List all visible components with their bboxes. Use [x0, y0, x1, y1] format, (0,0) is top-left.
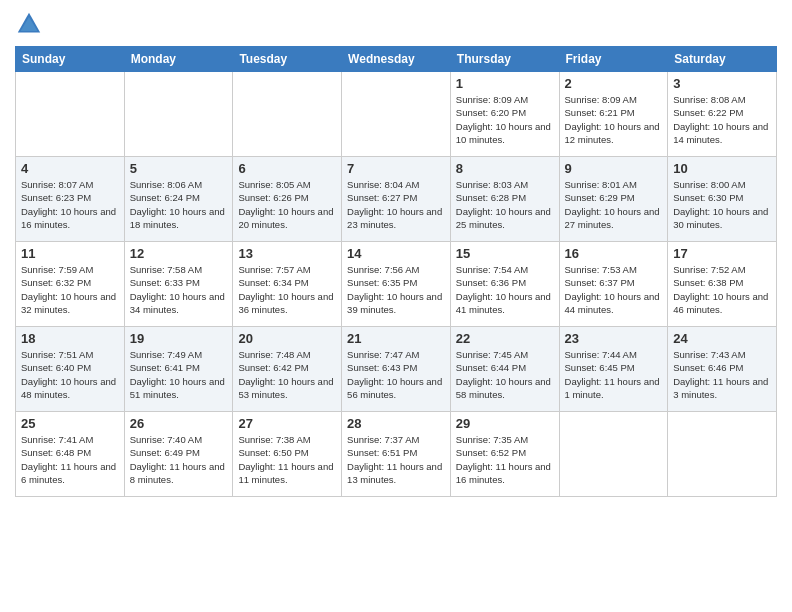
week-row-3: 18Sunrise: 7:51 AM Sunset: 6:40 PM Dayli… [16, 327, 777, 412]
day-info: Sunrise: 7:54 AM Sunset: 6:36 PM Dayligh… [456, 263, 554, 316]
day-header-tuesday: Tuesday [233, 47, 342, 72]
calendar-cell: 29Sunrise: 7:35 AM Sunset: 6:52 PM Dayli… [450, 412, 559, 497]
day-info: Sunrise: 7:43 AM Sunset: 6:46 PM Dayligh… [673, 348, 771, 401]
day-info: Sunrise: 7:58 AM Sunset: 6:33 PM Dayligh… [130, 263, 228, 316]
day-header-wednesday: Wednesday [342, 47, 451, 72]
day-number: 24 [673, 331, 771, 346]
calendar-cell: 4Sunrise: 8:07 AM Sunset: 6:23 PM Daylig… [16, 157, 125, 242]
day-number: 7 [347, 161, 445, 176]
day-number: 1 [456, 76, 554, 91]
day-number: 23 [565, 331, 663, 346]
day-header-thursday: Thursday [450, 47, 559, 72]
day-number: 18 [21, 331, 119, 346]
day-number: 5 [130, 161, 228, 176]
day-info: Sunrise: 7:40 AM Sunset: 6:49 PM Dayligh… [130, 433, 228, 486]
calendar-cell: 7Sunrise: 8:04 AM Sunset: 6:27 PM Daylig… [342, 157, 451, 242]
calendar-cell: 18Sunrise: 7:51 AM Sunset: 6:40 PM Dayli… [16, 327, 125, 412]
day-info: Sunrise: 7:44 AM Sunset: 6:45 PM Dayligh… [565, 348, 663, 401]
day-number: 6 [238, 161, 336, 176]
day-number: 16 [565, 246, 663, 261]
calendar-cell: 15Sunrise: 7:54 AM Sunset: 6:36 PM Dayli… [450, 242, 559, 327]
calendar-cell [16, 72, 125, 157]
calendar-cell: 1Sunrise: 8:09 AM Sunset: 6:20 PM Daylig… [450, 72, 559, 157]
calendar-cell: 11Sunrise: 7:59 AM Sunset: 6:32 PM Dayli… [16, 242, 125, 327]
day-number: 14 [347, 246, 445, 261]
calendar-cell: 6Sunrise: 8:05 AM Sunset: 6:26 PM Daylig… [233, 157, 342, 242]
day-info: Sunrise: 7:35 AM Sunset: 6:52 PM Dayligh… [456, 433, 554, 486]
day-info: Sunrise: 7:47 AM Sunset: 6:43 PM Dayligh… [347, 348, 445, 401]
calendar-cell: 16Sunrise: 7:53 AM Sunset: 6:37 PM Dayli… [559, 242, 668, 327]
day-info: Sunrise: 7:37 AM Sunset: 6:51 PM Dayligh… [347, 433, 445, 486]
day-info: Sunrise: 8:00 AM Sunset: 6:30 PM Dayligh… [673, 178, 771, 231]
day-info: Sunrise: 7:57 AM Sunset: 6:34 PM Dayligh… [238, 263, 336, 316]
day-info: Sunrise: 8:09 AM Sunset: 6:20 PM Dayligh… [456, 93, 554, 146]
day-number: 25 [21, 416, 119, 431]
header-row: SundayMondayTuesdayWednesdayThursdayFrid… [16, 47, 777, 72]
calendar-cell: 22Sunrise: 7:45 AM Sunset: 6:44 PM Dayli… [450, 327, 559, 412]
calendar-cell: 14Sunrise: 7:56 AM Sunset: 6:35 PM Dayli… [342, 242, 451, 327]
day-info: Sunrise: 7:59 AM Sunset: 6:32 PM Dayligh… [21, 263, 119, 316]
calendar-cell: 20Sunrise: 7:48 AM Sunset: 6:42 PM Dayli… [233, 327, 342, 412]
day-number: 2 [565, 76, 663, 91]
week-row-4: 25Sunrise: 7:41 AM Sunset: 6:48 PM Dayli… [16, 412, 777, 497]
calendar-cell: 27Sunrise: 7:38 AM Sunset: 6:50 PM Dayli… [233, 412, 342, 497]
calendar-cell: 5Sunrise: 8:06 AM Sunset: 6:24 PM Daylig… [124, 157, 233, 242]
day-number: 29 [456, 416, 554, 431]
logo-icon [15, 10, 43, 38]
page: SundayMondayTuesdayWednesdayThursdayFrid… [0, 0, 792, 612]
calendar-cell: 28Sunrise: 7:37 AM Sunset: 6:51 PM Dayli… [342, 412, 451, 497]
calendar-cell: 19Sunrise: 7:49 AM Sunset: 6:41 PM Dayli… [124, 327, 233, 412]
day-info: Sunrise: 7:38 AM Sunset: 6:50 PM Dayligh… [238, 433, 336, 486]
day-number: 10 [673, 161, 771, 176]
day-number: 21 [347, 331, 445, 346]
day-number: 26 [130, 416, 228, 431]
header [15, 10, 777, 38]
day-number: 27 [238, 416, 336, 431]
calendar-cell: 21Sunrise: 7:47 AM Sunset: 6:43 PM Dayli… [342, 327, 451, 412]
day-header-monday: Monday [124, 47, 233, 72]
day-info: Sunrise: 8:01 AM Sunset: 6:29 PM Dayligh… [565, 178, 663, 231]
calendar-cell: 10Sunrise: 8:00 AM Sunset: 6:30 PM Dayli… [668, 157, 777, 242]
day-number: 13 [238, 246, 336, 261]
calendar-cell: 13Sunrise: 7:57 AM Sunset: 6:34 PM Dayli… [233, 242, 342, 327]
day-info: Sunrise: 8:07 AM Sunset: 6:23 PM Dayligh… [21, 178, 119, 231]
calendar-cell: 9Sunrise: 8:01 AM Sunset: 6:29 PM Daylig… [559, 157, 668, 242]
day-info: Sunrise: 8:04 AM Sunset: 6:27 PM Dayligh… [347, 178, 445, 231]
week-row-2: 11Sunrise: 7:59 AM Sunset: 6:32 PM Dayli… [16, 242, 777, 327]
calendar-cell [124, 72, 233, 157]
day-number: 12 [130, 246, 228, 261]
day-number: 22 [456, 331, 554, 346]
calendar-cell [233, 72, 342, 157]
day-info: Sunrise: 7:51 AM Sunset: 6:40 PM Dayligh… [21, 348, 119, 401]
calendar-cell: 8Sunrise: 8:03 AM Sunset: 6:28 PM Daylig… [450, 157, 559, 242]
calendar-cell [342, 72, 451, 157]
day-info: Sunrise: 8:08 AM Sunset: 6:22 PM Dayligh… [673, 93, 771, 146]
calendar-cell: 23Sunrise: 7:44 AM Sunset: 6:45 PM Dayli… [559, 327, 668, 412]
day-number: 8 [456, 161, 554, 176]
day-number: 28 [347, 416, 445, 431]
logo [15, 10, 47, 38]
calendar-cell: 24Sunrise: 7:43 AM Sunset: 6:46 PM Dayli… [668, 327, 777, 412]
day-number: 3 [673, 76, 771, 91]
day-header-saturday: Saturday [668, 47, 777, 72]
calendar-cell: 17Sunrise: 7:52 AM Sunset: 6:38 PM Dayli… [668, 242, 777, 327]
calendar-cell: 3Sunrise: 8:08 AM Sunset: 6:22 PM Daylig… [668, 72, 777, 157]
day-number: 17 [673, 246, 771, 261]
calendar-table: SundayMondayTuesdayWednesdayThursdayFrid… [15, 46, 777, 497]
calendar-cell: 2Sunrise: 8:09 AM Sunset: 6:21 PM Daylig… [559, 72, 668, 157]
day-info: Sunrise: 7:45 AM Sunset: 6:44 PM Dayligh… [456, 348, 554, 401]
day-info: Sunrise: 8:09 AM Sunset: 6:21 PM Dayligh… [565, 93, 663, 146]
day-info: Sunrise: 7:48 AM Sunset: 6:42 PM Dayligh… [238, 348, 336, 401]
day-number: 19 [130, 331, 228, 346]
day-info: Sunrise: 8:03 AM Sunset: 6:28 PM Dayligh… [456, 178, 554, 231]
day-number: 20 [238, 331, 336, 346]
calendar-cell: 26Sunrise: 7:40 AM Sunset: 6:49 PM Dayli… [124, 412, 233, 497]
calendar-cell: 25Sunrise: 7:41 AM Sunset: 6:48 PM Dayli… [16, 412, 125, 497]
calendar-cell: 12Sunrise: 7:58 AM Sunset: 6:33 PM Dayli… [124, 242, 233, 327]
week-row-1: 4Sunrise: 8:07 AM Sunset: 6:23 PM Daylig… [16, 157, 777, 242]
day-info: Sunrise: 7:41 AM Sunset: 6:48 PM Dayligh… [21, 433, 119, 486]
day-number: 9 [565, 161, 663, 176]
day-info: Sunrise: 7:53 AM Sunset: 6:37 PM Dayligh… [565, 263, 663, 316]
day-header-friday: Friday [559, 47, 668, 72]
day-info: Sunrise: 7:49 AM Sunset: 6:41 PM Dayligh… [130, 348, 228, 401]
